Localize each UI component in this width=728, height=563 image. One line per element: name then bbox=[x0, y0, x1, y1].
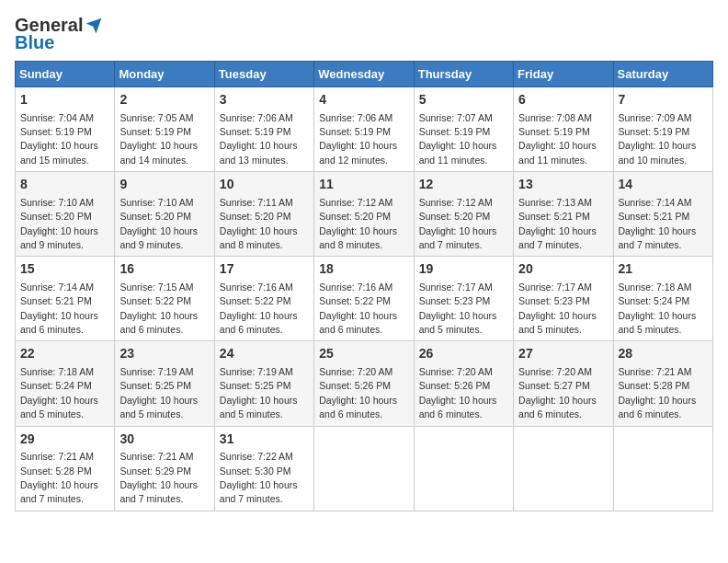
day-info: Sunrise: 7:21 AMSunset: 5:28 PMDaylight:… bbox=[619, 366, 697, 419]
day-info: Sunrise: 7:10 AMSunset: 5:20 PMDaylight:… bbox=[119, 197, 198, 250]
day-info: Sunrise: 7:14 AMSunset: 5:21 PMDaylight:… bbox=[619, 197, 697, 250]
calendar-cell: 31Sunrise: 7:22 AMSunset: 5:30 PMDayligh… bbox=[214, 426, 313, 511]
calendar-cell: 10Sunrise: 7:11 AMSunset: 5:20 PMDayligh… bbox=[214, 172, 313, 257]
calendar: SundayMondayTuesdayWednesdayThursdayFrid… bbox=[15, 61, 713, 511]
day-info: Sunrise: 7:19 AMSunset: 5:25 PMDaylight:… bbox=[220, 366, 298, 419]
week-row-2: 8Sunrise: 7:10 AMSunset: 5:20 PMDaylight… bbox=[16, 172, 713, 257]
calendar-cell: 26Sunrise: 7:20 AMSunset: 5:26 PMDayligh… bbox=[414, 341, 513, 426]
calendar-cell bbox=[414, 426, 513, 511]
weekday-sunday: Sunday bbox=[16, 62, 115, 87]
day-info: Sunrise: 7:17 AMSunset: 5:23 PMDaylight:… bbox=[419, 282, 497, 335]
day-number: 25 bbox=[319, 345, 408, 363]
day-info: Sunrise: 7:08 AMSunset: 5:19 PMDaylight:… bbox=[518, 112, 597, 166]
day-number: 17 bbox=[220, 260, 309, 279]
weekday-monday: Monday bbox=[115, 62, 214, 87]
day-info: Sunrise: 7:19 AMSunset: 5:25 PMDaylight:… bbox=[119, 366, 198, 419]
calendar-cell: 19Sunrise: 7:17 AMSunset: 5:23 PMDayligh… bbox=[414, 257, 513, 341]
calendar-cell: 6Sunrise: 7:08 AMSunset: 5:19 PMDaylight… bbox=[514, 87, 613, 172]
day-info: Sunrise: 7:06 AMSunset: 5:19 PMDaylight:… bbox=[220, 112, 298, 166]
day-number: 18 bbox=[319, 260, 408, 279]
day-number: 11 bbox=[319, 176, 408, 194]
day-info: Sunrise: 7:14 AMSunset: 5:21 PMDaylight:… bbox=[20, 282, 98, 335]
day-number: 13 bbox=[518, 176, 608, 194]
day-info: Sunrise: 7:20 AMSunset: 5:26 PMDaylight:… bbox=[419, 366, 497, 419]
day-info: Sunrise: 7:09 AMSunset: 5:19 PMDaylight:… bbox=[619, 112, 697, 166]
calendar-cell: 12Sunrise: 7:12 AMSunset: 5:20 PMDayligh… bbox=[414, 172, 513, 257]
calendar-cell: 21Sunrise: 7:18 AMSunset: 5:24 PMDayligh… bbox=[613, 257, 712, 341]
week-row-3: 15Sunrise: 7:14 AMSunset: 5:21 PMDayligh… bbox=[16, 257, 713, 341]
day-number: 29 bbox=[20, 431, 109, 449]
day-info: Sunrise: 7:13 AMSunset: 5:21 PMDaylight:… bbox=[518, 197, 597, 250]
day-number: 1 bbox=[20, 91, 109, 109]
day-number: 6 bbox=[518, 91, 608, 109]
week-row-4: 22Sunrise: 7:18 AMSunset: 5:24 PMDayligh… bbox=[16, 341, 713, 426]
day-info: Sunrise: 7:15 AMSunset: 5:22 PMDaylight:… bbox=[119, 282, 198, 335]
day-number: 30 bbox=[119, 431, 209, 449]
day-info: Sunrise: 7:18 AMSunset: 5:24 PMDaylight:… bbox=[20, 366, 98, 419]
logo: General Blue bbox=[15, 15, 103, 53]
day-number: 8 bbox=[20, 176, 109, 194]
day-number: 3 bbox=[220, 91, 309, 109]
header: General Blue bbox=[15, 15, 713, 53]
day-info: Sunrise: 7:21 AMSunset: 5:29 PMDaylight:… bbox=[119, 451, 198, 504]
calendar-cell: 29Sunrise: 7:21 AMSunset: 5:28 PMDayligh… bbox=[16, 426, 115, 511]
day-info: Sunrise: 7:04 AMSunset: 5:19 PMDaylight:… bbox=[20, 112, 98, 166]
day-info: Sunrise: 7:07 AMSunset: 5:19 PMDaylight:… bbox=[419, 112, 497, 166]
weekday-saturday: Saturday bbox=[613, 62, 712, 87]
calendar-cell: 16Sunrise: 7:15 AMSunset: 5:22 PMDayligh… bbox=[115, 257, 214, 341]
calendar-body: 1Sunrise: 7:04 AMSunset: 5:19 PMDaylight… bbox=[16, 87, 713, 511]
day-number: 7 bbox=[619, 91, 708, 109]
calendar-cell: 22Sunrise: 7:18 AMSunset: 5:24 PMDayligh… bbox=[16, 341, 115, 426]
day-number: 31 bbox=[220, 431, 309, 449]
day-number: 16 bbox=[119, 260, 209, 279]
logo-bird-icon bbox=[85, 17, 103, 35]
weekday-tuesday: Tuesday bbox=[214, 62, 313, 87]
day-number: 19 bbox=[419, 260, 508, 279]
calendar-cell: 7Sunrise: 7:09 AMSunset: 5:19 PMDaylight… bbox=[613, 87, 712, 172]
day-number: 26 bbox=[419, 345, 508, 363]
weekday-header-row: SundayMondayTuesdayWednesdayThursdayFrid… bbox=[16, 62, 713, 87]
day-number: 15 bbox=[20, 260, 109, 279]
calendar-cell: 2Sunrise: 7:05 AMSunset: 5:19 PMDaylight… bbox=[115, 87, 214, 172]
calendar-cell bbox=[314, 426, 414, 511]
day-info: Sunrise: 7:16 AMSunset: 5:22 PMDaylight:… bbox=[220, 282, 298, 335]
calendar-cell: 28Sunrise: 7:21 AMSunset: 5:28 PMDayligh… bbox=[613, 341, 712, 426]
day-info: Sunrise: 7:12 AMSunset: 5:20 PMDaylight:… bbox=[319, 197, 397, 250]
calendar-cell: 27Sunrise: 7:20 AMSunset: 5:27 PMDayligh… bbox=[514, 341, 613, 426]
day-info: Sunrise: 7:11 AMSunset: 5:20 PMDaylight:… bbox=[220, 197, 298, 250]
week-row-5: 29Sunrise: 7:21 AMSunset: 5:28 PMDayligh… bbox=[16, 426, 713, 511]
day-info: Sunrise: 7:05 AMSunset: 5:19 PMDaylight:… bbox=[119, 112, 198, 166]
day-info: Sunrise: 7:10 AMSunset: 5:20 PMDaylight:… bbox=[20, 197, 98, 250]
day-info: Sunrise: 7:21 AMSunset: 5:28 PMDaylight:… bbox=[20, 451, 98, 504]
calendar-cell: 15Sunrise: 7:14 AMSunset: 5:21 PMDayligh… bbox=[16, 257, 115, 341]
calendar-cell bbox=[613, 426, 712, 511]
calendar-cell: 14Sunrise: 7:14 AMSunset: 5:21 PMDayligh… bbox=[613, 172, 712, 257]
calendar-cell bbox=[514, 426, 613, 511]
day-info: Sunrise: 7:06 AMSunset: 5:19 PMDaylight:… bbox=[319, 112, 397, 166]
day-number: 28 bbox=[619, 345, 708, 363]
calendar-cell: 30Sunrise: 7:21 AMSunset: 5:29 PMDayligh… bbox=[115, 426, 214, 511]
day-number: 27 bbox=[518, 345, 608, 363]
day-number: 24 bbox=[220, 345, 309, 363]
weekday-wednesday: Wednesday bbox=[314, 62, 414, 87]
calendar-cell: 17Sunrise: 7:16 AMSunset: 5:22 PMDayligh… bbox=[214, 257, 313, 341]
day-info: Sunrise: 7:18 AMSunset: 5:24 PMDaylight:… bbox=[619, 282, 697, 335]
day-number: 23 bbox=[119, 345, 209, 363]
weekday-thursday: Thursday bbox=[414, 62, 513, 87]
day-number: 22 bbox=[20, 345, 109, 363]
calendar-cell: 9Sunrise: 7:10 AMSunset: 5:20 PMDaylight… bbox=[115, 172, 214, 257]
day-number: 10 bbox=[220, 176, 309, 194]
calendar-cell: 1Sunrise: 7:04 AMSunset: 5:19 PMDaylight… bbox=[16, 87, 115, 172]
day-number: 5 bbox=[419, 91, 508, 109]
calendar-cell: 25Sunrise: 7:20 AMSunset: 5:26 PMDayligh… bbox=[314, 341, 414, 426]
day-number: 14 bbox=[619, 176, 708, 194]
day-info: Sunrise: 7:20 AMSunset: 5:27 PMDaylight:… bbox=[518, 366, 597, 419]
calendar-cell: 23Sunrise: 7:19 AMSunset: 5:25 PMDayligh… bbox=[115, 341, 214, 426]
day-info: Sunrise: 7:22 AMSunset: 5:30 PMDaylight:… bbox=[220, 451, 298, 504]
calendar-cell: 5Sunrise: 7:07 AMSunset: 5:19 PMDaylight… bbox=[414, 87, 513, 172]
calendar-cell: 3Sunrise: 7:06 AMSunset: 5:19 PMDaylight… bbox=[214, 87, 313, 172]
calendar-cell: 18Sunrise: 7:16 AMSunset: 5:22 PMDayligh… bbox=[314, 257, 414, 341]
calendar-cell: 4Sunrise: 7:06 AMSunset: 5:19 PMDaylight… bbox=[314, 87, 414, 172]
day-number: 20 bbox=[518, 260, 608, 279]
calendar-cell: 13Sunrise: 7:13 AMSunset: 5:21 PMDayligh… bbox=[514, 172, 613, 257]
